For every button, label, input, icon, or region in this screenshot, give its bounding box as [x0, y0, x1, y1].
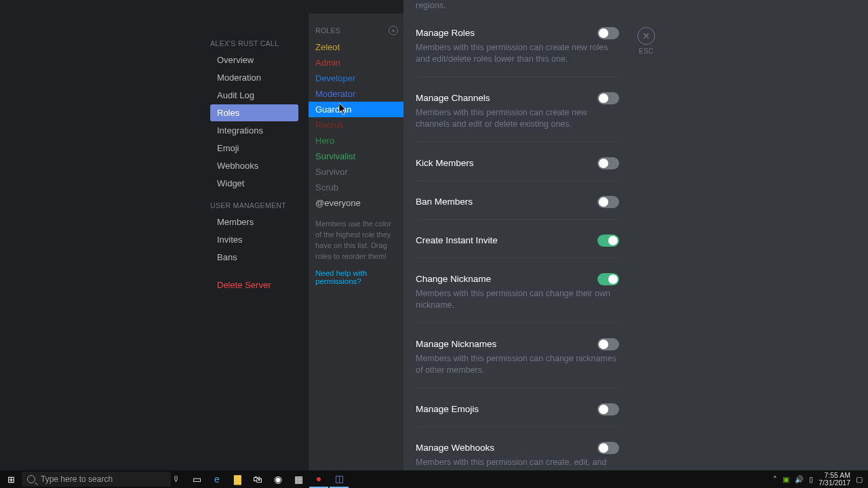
permission-desc: Members with this permission can create …: [416, 107, 619, 131]
close-icon: ✕: [642, 30, 650, 41]
tray-chevron-icon[interactable]: ˄: [773, 475, 777, 483]
permission-title: Kick Members: [416, 158, 474, 168]
permission-desc: Members with this permission can create,…: [416, 457, 619, 471]
roles-list-column: ROLES + ZeleotAdminDeveloperModeratorGua…: [309, 14, 403, 470]
tray-volume-icon[interactable]: 🔊: [795, 475, 804, 484]
role-item-developer[interactable]: Developer: [309, 70, 403, 86]
taskbar-clock[interactable]: 7:55 AM 7/31/2017: [818, 472, 850, 487]
permission-title: Manage Emojis: [416, 404, 479, 414]
sidebar-item-members[interactable]: Members: [210, 214, 298, 230]
tray-nvidia-icon[interactable]: ▣: [783, 475, 789, 483]
recorder-icon[interactable]: ●: [309, 470, 328, 488]
role-item-scrub[interactable]: Scrub: [309, 180, 403, 195]
permission-manage-channels: Manage ChannelsMembers with this permiss…: [416, 92, 619, 142]
sidebar-item-moderation[interactable]: Moderation: [210, 69, 298, 86]
role-item-survivor[interactable]: Survivor: [309, 164, 403, 180]
permission-desc: Members with this permission can create …: [416, 42, 619, 66]
close-settings-button[interactable]: ✕ ESC: [637, 27, 655, 55]
role-item-moderator[interactable]: Moderator: [309, 86, 403, 102]
role-item-recruit[interactable]: Recruit: [309, 117, 403, 133]
sidebar-item-overview[interactable]: Overview: [210, 52, 298, 68]
permission-toggle[interactable]: [597, 273, 619, 285]
permission-toggle[interactable]: [597, 196, 619, 208]
sidebar-item-webhooks[interactable]: Webhooks: [210, 157, 298, 174]
discord-taskbar-icon[interactable]: ◫: [330, 470, 349, 488]
sidebar-item-roles[interactable]: Roles: [210, 104, 298, 121]
action-center-icon[interactable]: ▢: [856, 475, 863, 483]
permission-toggle[interactable]: [597, 403, 619, 415]
permission-title: Manage Channels: [416, 93, 490, 103]
app-icon-1[interactable]: ▦: [289, 470, 308, 488]
sidebar-item-integrations[interactable]: Integrations: [210, 122, 298, 139]
permission-kick-members: Kick Members: [416, 157, 619, 181]
task-view-icon[interactable]: ▭: [187, 470, 206, 488]
permission-manage-emojis: Manage Emojis: [416, 403, 619, 427]
settings-sidebar: ALEX'S RUST CALL OverviewModerationAudit…: [0, 14, 302, 470]
roles-note: Members use the color of the highest rol…: [309, 211, 403, 262]
permission-manage-webhooks: Manage WebhooksMembers with this permiss…: [416, 442, 619, 471]
permission-toggle[interactable]: [597, 27, 619, 39]
role-item-zeleot[interactable]: Zeleot: [309, 39, 403, 55]
permission-title: Manage Nicknames: [416, 339, 496, 349]
mouse-cursor: [339, 103, 347, 115]
permission-title: Change Nickname: [416, 274, 491, 284]
permissions-help-link[interactable]: Need help with permissions?: [309, 262, 403, 285]
permission-create-instant-invite: Create Instant Invite: [416, 235, 619, 258]
role-item-hero[interactable]: Hero: [309, 133, 403, 148]
windows-taskbar: ⊞ Type here to search 🎙 ▭ e ▇ 🛍 ◉ ▦ ● ◫ …: [0, 470, 868, 488]
permission-ban-members: Ban Members: [416, 196, 619, 220]
system-tray: ˄ ▣ 🔊 ▯ 7:55 AM 7/31/2017 ▢: [773, 472, 868, 487]
discord-app: — ▢ ✕ ALEX'S RUST CALL OverviewModeratio…: [0, 0, 868, 470]
sidebar-item-widget[interactable]: Widget: [210, 175, 298, 192]
role-item-everyone[interactable]: @everyone: [309, 195, 403, 211]
permissions-panel: regions. Manage RolesMembers with this p…: [403, 0, 868, 470]
search-icon: [27, 475, 35, 483]
search-placeholder: Type here to search: [41, 474, 113, 484]
role-item-guardian[interactable]: Guardian: [309, 102, 403, 117]
roles-header: ROLES: [315, 26, 340, 35]
permission-toggle[interactable]: [597, 235, 619, 247]
permission-toggle[interactable]: [597, 92, 619, 104]
permission-title: Manage Webhooks: [416, 443, 494, 453]
file-explorer-icon[interactable]: ▇: [228, 470, 247, 488]
role-item-survivalist[interactable]: Survivalist: [309, 148, 403, 164]
role-item-admin[interactable]: Admin: [309, 55, 403, 70]
cortana-mic-icon[interactable]: 🎙: [170, 474, 183, 484]
task-icons: ▭ e ▇ 🛍 ◉ ▦ ● ◫: [187, 470, 349, 488]
permission-title: Manage Roles: [416, 28, 475, 38]
chrome-icon[interactable]: ◉: [269, 470, 288, 488]
taskbar-search[interactable]: Type here to search: [22, 472, 171, 487]
permission-desc: Members with this permission can change …: [416, 353, 619, 377]
sidebar-item-invites[interactable]: Invites: [210, 231, 298, 248]
start-button[interactable]: ⊞: [0, 474, 22, 485]
permission-toggle[interactable]: [597, 338, 619, 350]
delete-server-button[interactable]: Delete Server: [210, 277, 298, 293]
sidebar-item-bans[interactable]: Bans: [210, 249, 298, 266]
sidebar-item-emoji[interactable]: Emoji: [210, 140, 298, 157]
user-management-header: USER MANAGEMENT: [210, 201, 298, 209]
permission-change-nickname: Change NicknameMembers with this permiss…: [416, 273, 619, 323]
tray-network-icon[interactable]: ▯: [809, 475, 813, 483]
edge-icon[interactable]: e: [208, 470, 226, 488]
truncated-region-note: regions.: [416, 0, 619, 12]
permission-manage-roles: Manage RolesMembers with this permission…: [416, 27, 619, 77]
server-name-header: ALEX'S RUST CALL: [210, 39, 298, 47]
sidebar-item-audit-log[interactable]: Audit Log: [210, 87, 298, 104]
permission-title: Ban Members: [416, 197, 473, 207]
add-role-button[interactable]: +: [389, 26, 398, 35]
esc-label: ESC: [637, 47, 655, 55]
permission-desc: Members with this permission can change …: [416, 288, 619, 312]
permission-manage-nicknames: Manage NicknamesMembers with this permis…: [416, 338, 619, 388]
permission-title: Create Instant Invite: [416, 235, 498, 245]
store-icon[interactable]: 🛍: [248, 470, 267, 488]
permission-toggle[interactable]: [597, 442, 619, 454]
permission-toggle[interactable]: [597, 157, 619, 169]
